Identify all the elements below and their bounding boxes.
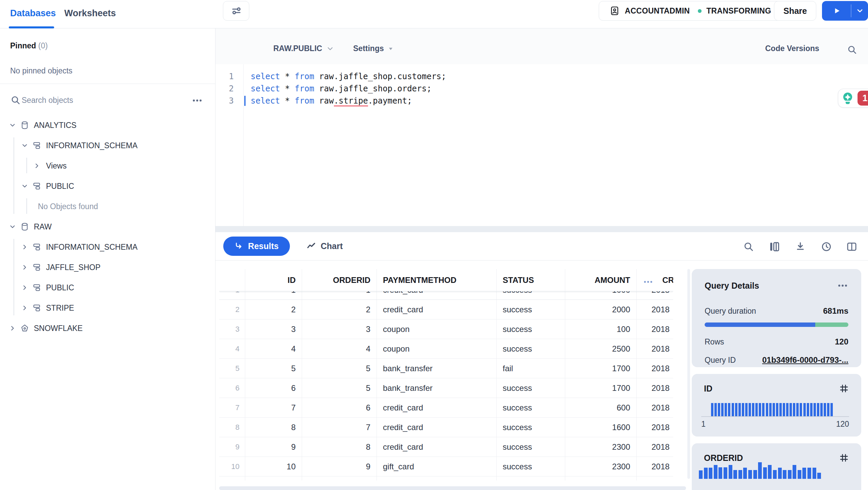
sql-text: raw.jaffle_shop.orders; <box>314 84 432 93</box>
chevron-right-icon[interactable] <box>9 325 16 332</box>
tree-item-public[interactable]: PUBLIC <box>0 277 215 298</box>
chevron-right-icon[interactable] <box>21 304 28 312</box>
sidebar-tab-databases[interactable]: Databases <box>10 8 56 19</box>
chevron-right-icon[interactable] <box>21 243 28 251</box>
tree-item-public[interactable]: PUBLIC <box>0 176 215 196</box>
chevron-right-icon[interactable] <box>21 284 28 291</box>
histogram-bar <box>749 403 751 417</box>
tree-item-stripe[interactable]: STRIPE <box>0 298 215 318</box>
table-vertical-scrollbar[interactable] <box>687 269 690 479</box>
column-header-AMOUNT[interactable]: AMOUNT <box>565 269 637 291</box>
results-columns-button[interactable] <box>767 239 782 254</box>
column-header-PAYMENTMETHOD[interactable]: PAYMENTMETHOD <box>377 269 497 291</box>
code-versions-button[interactable]: Code Versions <box>765 44 819 53</box>
chevron-down-icon[interactable] <box>9 223 16 230</box>
column-header-rownum[interactable] <box>219 269 245 291</box>
tree-item-information-schema[interactable]: INFORMATION_SCHEMA <box>0 135 215 156</box>
tree-item-jaffle-shop[interactable]: JAFFLE_SHOP <box>0 257 215 277</box>
session-context-button[interactable]: ACCOUNTADMIN TRANSFORMING <box>599 1 782 21</box>
table-cell: gift_card <box>377 457 497 476</box>
application-icon <box>20 324 29 333</box>
database-context-dropdown[interactable]: RAW.PUBLIC <box>273 44 334 53</box>
column-header-STATUS[interactable]: STATUS <box>497 269 565 291</box>
column-header-ID[interactable]: ID <box>245 269 302 291</box>
results-history-button[interactable] <box>819 239 834 254</box>
table-row[interactable]: 665bank_transfersuccess17002018 <box>219 378 673 398</box>
worksheet-filters-button[interactable] <box>223 1 249 21</box>
tree-expander[interactable] <box>20 142 29 149</box>
results-search-button[interactable] <box>741 239 756 254</box>
tree-expander[interactable] <box>20 304 29 312</box>
histogram-bar <box>745 403 748 417</box>
tree-expander[interactable] <box>20 182 29 190</box>
tree-item-information-schema[interactable]: INFORMATION_SCHEMA <box>0 237 215 257</box>
editor-results-divider[interactable] <box>215 226 868 232</box>
histogram-bar <box>709 468 712 479</box>
table-row-partial[interactable]: 111credit_cardsuccess10002018 <box>219 291 673 300</box>
run-options-button[interactable] <box>851 1 868 21</box>
table-row[interactable]: 333couponsuccess1002018 <box>219 319 673 339</box>
table-cell: 9 <box>302 457 377 476</box>
code-line-3[interactable]: 3select * from raw.stripe.payment; <box>215 95 868 107</box>
column-header-ORDERID[interactable]: ORDERID <box>302 269 377 291</box>
histogram-bar <box>817 403 819 417</box>
settings-dropdown[interactable]: Settings <box>353 44 393 53</box>
table-row[interactable]: 998credit_cardsuccess23002018 <box>219 437 673 457</box>
table-row[interactable]: 10109gift_cardsuccess23002018 <box>219 457 673 476</box>
table-row[interactable]: 222credit_cardsuccess20002018 <box>219 300 673 319</box>
chevron-right-icon[interactable] <box>33 162 41 170</box>
column-header-CREATED[interactable]: CREATED <box>637 269 673 291</box>
table-row[interactable]: 776credit_cardsuccess6002018 <box>219 398 673 418</box>
tree-item-no-objects-found[interactable]: No Objects found <box>0 196 215 217</box>
tree-expander[interactable] <box>8 223 17 230</box>
chevron-down-icon[interactable] <box>21 182 28 190</box>
histogram-bar <box>759 403 761 417</box>
sql-editor[interactable]: 1select * from raw.jaffle_shop.customers… <box>215 64 868 226</box>
share-button[interactable]: Share <box>774 1 816 21</box>
histogram-bar <box>742 403 744 417</box>
code-line-1[interactable]: 1select * from raw.jaffle_shop.customers… <box>215 70 868 83</box>
chevron-down-icon[interactable] <box>21 142 28 149</box>
tree-expander[interactable] <box>20 284 29 291</box>
column-menu-icon[interactable] <box>643 276 654 289</box>
copilot-lightbulb-icon[interactable] <box>841 91 855 105</box>
table-row-partial[interactable] <box>219 476 673 480</box>
text-cursor <box>244 96 246 106</box>
code-line-2[interactable]: 2select * from raw.jaffle_shop.orders; <box>215 83 868 95</box>
run-button[interactable] <box>822 1 851 21</box>
tree-item-label: STRIPE <box>46 304 74 313</box>
orderid-histogram-bars <box>699 462 821 479</box>
tree-expander[interactable] <box>20 243 29 251</box>
table-horizontal-scrollbar[interactable] <box>219 486 686 490</box>
error-count-badge[interactable]: 1 <box>858 91 868 106</box>
tab-results[interactable]: Results <box>223 237 290 256</box>
results-panel-layout-button[interactable] <box>844 239 860 254</box>
query-id-link[interactable]: 01b349f6-0000-d793-... <box>762 355 848 365</box>
sidebar-more-icon[interactable] <box>191 95 203 106</box>
tree-item-analytics[interactable]: ANALYTICS <box>0 115 215 135</box>
results-download-button[interactable] <box>793 239 808 254</box>
tree-item-views[interactable]: Views <box>0 156 215 176</box>
table-row[interactable]: 444couponsuccess25002018 <box>219 339 673 359</box>
column-stats-card-orderid[interactable]: ORDERID <box>692 443 861 490</box>
histogram-bar <box>738 470 742 479</box>
tab-chart[interactable]: Chart <box>306 237 343 256</box>
tree-expander[interactable] <box>20 264 29 271</box>
column-stats-card-id[interactable]: ID 1 120 <box>692 374 861 437</box>
search-objects-input[interactable] <box>22 93 164 107</box>
tree-expander[interactable] <box>8 325 17 332</box>
tree-item-snowflake[interactable]: SNOWFLAKE <box>0 318 215 338</box>
table-row[interactable]: 555bank_transferfail17002018 <box>219 359 673 378</box>
tree-expander[interactable] <box>8 121 17 129</box>
sidebar-tab-worksheets[interactable]: Worksheets <box>64 8 116 19</box>
line-number: 3 <box>215 96 243 106</box>
query-details-more-icon[interactable] <box>837 280 848 291</box>
table-row[interactable]: 887credit_cardsuccess16002018 <box>219 418 673 437</box>
editor-search-icon[interactable] <box>847 44 858 55</box>
schema-icon-wrap <box>32 141 41 150</box>
chevron-right-icon[interactable] <box>21 264 28 271</box>
tree-expander[interactable] <box>32 162 41 170</box>
chevron-down-icon[interactable] <box>9 121 16 129</box>
tree-item-raw[interactable]: RAW <box>0 217 215 237</box>
query-duration-bar[interactable] <box>705 322 848 327</box>
